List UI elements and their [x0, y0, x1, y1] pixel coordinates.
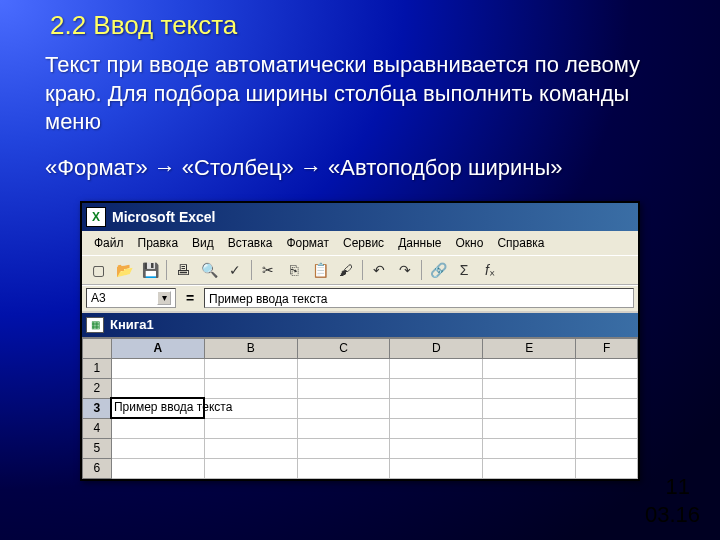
- excel-window: X Microsoft Excel Файл Правка Вид Вставк…: [80, 201, 640, 481]
- menu-help[interactable]: Справка: [491, 234, 550, 252]
- menu-data[interactable]: Данные: [392, 234, 447, 252]
- excel-app-icon: X: [86, 207, 106, 227]
- col-header-c[interactable]: C: [297, 338, 390, 358]
- row-header-2[interactable]: 2: [83, 378, 112, 398]
- cell[interactable]: [297, 438, 390, 458]
- menu-format[interactable]: Формат: [280, 234, 335, 252]
- row-header-1[interactable]: 1: [83, 358, 112, 378]
- menu-bar: Файл Правка Вид Вставка Формат Сервис Да…: [82, 231, 638, 255]
- workbook-title: Книга1: [110, 317, 154, 332]
- cell[interactable]: [483, 458, 576, 478]
- row-header-3[interactable]: 3: [83, 398, 112, 418]
- separator: [362, 260, 363, 280]
- paste-icon[interactable]: 📋: [308, 258, 332, 282]
- new-icon[interactable]: ▢: [86, 258, 110, 282]
- cell[interactable]: [390, 438, 483, 458]
- formula-bar: A3 ▾ = Пример ввода текста: [82, 285, 638, 311]
- cell[interactable]: [111, 378, 204, 398]
- cell[interactable]: [111, 358, 204, 378]
- name-box-value: A3: [91, 291, 106, 305]
- cell[interactable]: [297, 358, 390, 378]
- cell[interactable]: [483, 378, 576, 398]
- cell[interactable]: [483, 438, 576, 458]
- footer-date: 03.16: [645, 502, 700, 528]
- name-box[interactable]: A3 ▾: [86, 288, 176, 308]
- format-painter-icon[interactable]: 🖌: [334, 258, 358, 282]
- fx-icon[interactable]: fₓ: [478, 258, 502, 282]
- menu-window[interactable]: Окно: [449, 234, 489, 252]
- slide-paragraph: Текст при вводе автоматически выравнивае…: [0, 41, 720, 137]
- link-icon[interactable]: 🔗: [426, 258, 450, 282]
- redo-icon[interactable]: ↷: [393, 258, 417, 282]
- cell[interactable]: [483, 418, 576, 438]
- cell[interactable]: [576, 398, 638, 418]
- cell[interactable]: [483, 358, 576, 378]
- cell[interactable]: [483, 398, 576, 418]
- cell-text: Пример ввода текста: [114, 400, 232, 414]
- spell-icon[interactable]: ✓: [223, 258, 247, 282]
- separator: [166, 260, 167, 280]
- cell[interactable]: [204, 438, 297, 458]
- cell[interactable]: [297, 398, 390, 418]
- app-title: Microsoft Excel: [112, 209, 215, 225]
- menu-tools[interactable]: Сервис: [337, 234, 390, 252]
- menu-edit[interactable]: Правка: [132, 234, 185, 252]
- app-titlebar[interactable]: X Microsoft Excel: [82, 203, 638, 231]
- col-header-b[interactable]: B: [204, 338, 297, 358]
- cell[interactable]: [297, 458, 390, 478]
- cell[interactable]: [204, 358, 297, 378]
- cell[interactable]: [297, 378, 390, 398]
- toolbar: ▢ 📂 💾 🖶 🔍 ✓ ✂ ⎘ 📋 🖌 ↶ ↷ 🔗 Σ fₓ: [82, 255, 638, 285]
- preview-icon[interactable]: 🔍: [197, 258, 221, 282]
- save-icon[interactable]: 💾: [138, 258, 162, 282]
- cell[interactable]: [111, 458, 204, 478]
- cell[interactable]: [390, 358, 483, 378]
- undo-icon[interactable]: ↶: [367, 258, 391, 282]
- cell[interactable]: [204, 378, 297, 398]
- col-header-f[interactable]: F: [576, 338, 638, 358]
- cell[interactable]: [390, 378, 483, 398]
- copy-icon[interactable]: ⎘: [282, 258, 306, 282]
- cut-icon[interactable]: ✂: [256, 258, 280, 282]
- select-all-corner[interactable]: [83, 338, 112, 358]
- cell[interactable]: [111, 438, 204, 458]
- slide-heading: 2.2 Ввод текста: [0, 0, 720, 41]
- cell[interactable]: [204, 458, 297, 478]
- cell[interactable]: [576, 358, 638, 378]
- print-icon[interactable]: 🖶: [171, 258, 195, 282]
- slide-menu-path: «Формат» → «Столбец» → «Автоподбор ширин…: [0, 137, 720, 201]
- menu-view[interactable]: Вид: [186, 234, 220, 252]
- col-header-d[interactable]: D: [390, 338, 483, 358]
- cell[interactable]: [111, 418, 204, 438]
- cell[interactable]: [390, 418, 483, 438]
- separator: [421, 260, 422, 280]
- row-header-6[interactable]: 6: [83, 458, 112, 478]
- cell[interactable]: [297, 418, 390, 438]
- cell[interactable]: [390, 458, 483, 478]
- menu-file[interactable]: Файл: [88, 234, 130, 252]
- autosum-icon[interactable]: Σ: [452, 258, 476, 282]
- cell[interactable]: [576, 378, 638, 398]
- chevron-down-icon[interactable]: ▾: [157, 291, 171, 305]
- cell[interactable]: [576, 438, 638, 458]
- cell[interactable]: [390, 398, 483, 418]
- open-icon[interactable]: 📂: [112, 258, 136, 282]
- formula-input[interactable]: Пример ввода текста: [204, 288, 634, 308]
- cell[interactable]: [576, 458, 638, 478]
- page-number: 11: [666, 474, 690, 500]
- workbook-icon: ▦: [86, 317, 104, 333]
- spreadsheet-grid[interactable]: A B C D E F 1 2 3 Пример ввода текста: [82, 337, 638, 479]
- col-header-e[interactable]: E: [483, 338, 576, 358]
- cell[interactable]: [576, 418, 638, 438]
- menu-insert[interactable]: Вставка: [222, 234, 279, 252]
- row-header-4[interactable]: 4: [83, 418, 112, 438]
- workbook-titlebar[interactable]: ▦ Книга1: [82, 313, 638, 337]
- row-header-5[interactable]: 5: [83, 438, 112, 458]
- separator: [251, 260, 252, 280]
- cell[interactable]: [204, 418, 297, 438]
- active-cell[interactable]: Пример ввода текста: [111, 398, 204, 418]
- col-header-a[interactable]: A: [111, 338, 204, 358]
- equals-icon[interactable]: =: [180, 290, 200, 306]
